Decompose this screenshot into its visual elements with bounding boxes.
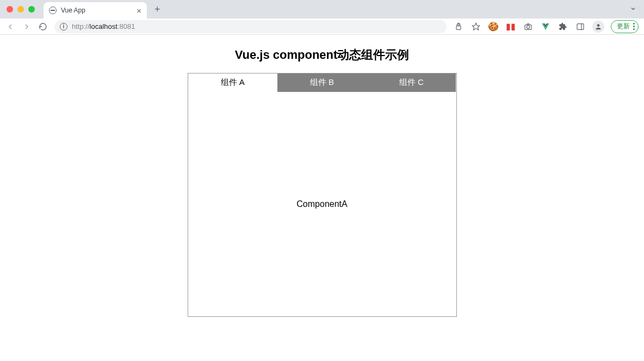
svg-point-3 — [527, 26, 529, 28]
forward-icon[interactable] — [22, 22, 32, 31]
window-controls — [0, 6, 41, 13]
url-text: http://localhost:8081 — [72, 22, 135, 30]
tabs-dropdown-icon[interactable] — [630, 4, 644, 14]
close-tab-icon[interactable]: × — [137, 6, 141, 15]
tab-component-c[interactable]: 组件 C — [367, 74, 456, 92]
browser-tab[interactable]: Vue App × — [44, 2, 147, 19]
page-title: Vue.js component动态组件示例 — [235, 47, 410, 63]
share-icon[interactable] — [453, 21, 464, 32]
site-info-icon[interactable]: i — [60, 23, 67, 30]
back-icon[interactable] — [5, 22, 15, 31]
maximize-window-icon[interactable] — [28, 6, 35, 13]
svg-marker-1 — [472, 23, 479, 30]
bookmark-star-icon[interactable] — [470, 21, 481, 32]
toolbar-actions: 🍪 ▮▮ 更新 — [453, 20, 639, 33]
extension-camera-icon[interactable] — [523, 21, 534, 32]
globe-icon — [49, 7, 57, 14]
tab-component-b[interactable]: 组件 B — [277, 74, 367, 92]
menu-dots-icon — [633, 23, 635, 30]
address-bar[interactable]: i http://localhost:8081 — [54, 20, 447, 33]
close-window-icon[interactable] — [7, 6, 13, 13]
component-tabs: 组件 A 组件 B 组件 C — [188, 74, 456, 92]
extension-vue-icon[interactable] — [540, 21, 551, 32]
browser-tab-strip: Vue App × + — [0, 0, 644, 19]
reload-icon[interactable] — [38, 22, 48, 31]
browser-toolbar: i http://localhost:8081 🍪 ▮▮ 更新 — [0, 19, 644, 35]
svg-rect-4 — [577, 23, 584, 29]
component-demo-box: 组件 A 组件 B 组件 C ComponentA — [188, 73, 457, 317]
minimize-window-icon[interactable] — [17, 6, 24, 13]
extension-red-icon[interactable]: ▮▮ — [505, 21, 516, 32]
profile-avatar-icon[interactable] — [592, 21, 604, 33]
tab-title: Vue App — [61, 7, 85, 14]
component-body-text: ComponentA — [296, 199, 347, 209]
new-tab-button[interactable]: + — [154, 4, 160, 15]
svg-rect-0 — [456, 26, 461, 29]
extensions-puzzle-icon[interactable] — [558, 21, 568, 32]
update-button[interactable]: 更新 — [611, 20, 639, 33]
side-panel-icon[interactable] — [575, 21, 586, 32]
component-body: ComponentA — [188, 92, 456, 316]
page-content: Vue.js component动态组件示例 组件 A 组件 B 组件 C Co… — [0, 35, 644, 317]
tab-component-a[interactable]: 组件 A — [188, 74, 277, 92]
svg-point-6 — [597, 24, 600, 27]
extension-cookie-icon[interactable]: 🍪 — [488, 21, 499, 32]
